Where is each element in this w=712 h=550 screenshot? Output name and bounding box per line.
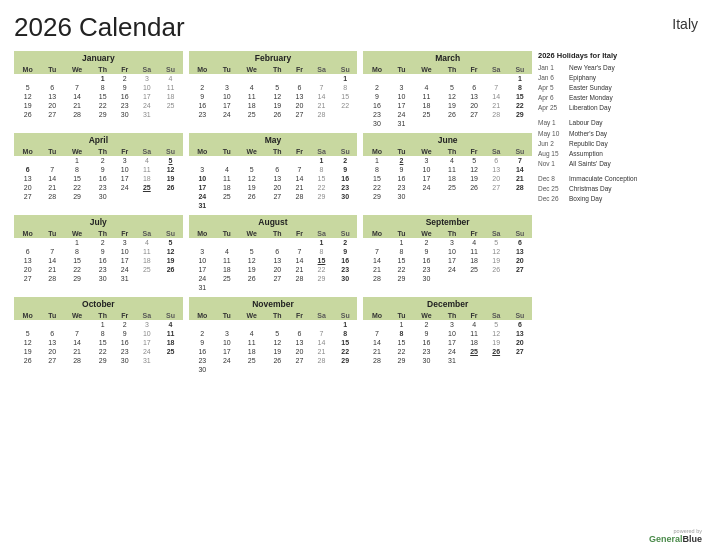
day-cell: 1 (91, 74, 114, 83)
day-header: Th (91, 147, 114, 156)
day-cell (266, 283, 289, 292)
day-cell: 19 (266, 101, 289, 110)
day-cell: 6 (41, 83, 63, 92)
day-cell (310, 283, 333, 292)
day-cell: 10 (189, 256, 216, 265)
day-header: Th (266, 65, 289, 74)
month-header: March (363, 51, 532, 65)
day-cell: 14 (41, 256, 63, 265)
day-header: Th (91, 229, 114, 238)
day-cell: 16 (333, 174, 357, 183)
day-cell: 20 (508, 256, 532, 265)
day-cell: 15 (363, 174, 390, 183)
day-cell (440, 119, 463, 128)
month-block: MayMoTuWeThFrSaSu12345678910111213141516… (189, 133, 358, 210)
day-cell: 7 (63, 329, 91, 338)
day-cell: 20 (289, 347, 310, 356)
day-cell (412, 119, 440, 128)
day-cell (216, 365, 238, 374)
day-cell (41, 320, 63, 329)
day-header: Tu (391, 229, 413, 238)
day-cell (266, 320, 289, 329)
day-cell: 12 (266, 92, 289, 101)
holiday-row: Dec 8Immaculate Conception (538, 174, 698, 183)
month-block: FebruaryMoTuWeThFrSaSu123456789101112131… (189, 51, 358, 128)
day-cell (41, 156, 63, 165)
month-block: NovemberMoTuWeThFrSaSu123456789101112131… (189, 297, 358, 374)
month-table: MoTuWeThFrSaSu12345678910111213141516171… (189, 311, 358, 374)
day-cell (464, 119, 485, 128)
day-cell (363, 320, 390, 329)
day-header: Sa (135, 65, 158, 74)
day-cell: 9 (363, 92, 390, 101)
month-table: MoTuWeThFrSaSu12345678910111213141516171… (189, 65, 358, 119)
day-cell: 28 (63, 356, 91, 365)
holiday-row: Dec 26Boxing Day (538, 194, 698, 203)
day-cell: 14 (41, 174, 63, 183)
day-cell: 22 (63, 183, 91, 192)
day-cell: 30 (91, 274, 114, 283)
day-cell: 25 (238, 110, 266, 119)
day-cell: 2 (91, 238, 114, 247)
month-table: MoTuWeThFrSaSu12345678910111213141516171… (363, 147, 532, 201)
day-cell: 26 (464, 183, 485, 192)
day-cell: 9 (333, 165, 357, 174)
day-cell: 18 (464, 256, 485, 265)
holiday-name: Epiphany (569, 73, 596, 82)
day-cell: 18 (238, 101, 266, 110)
day-header: Su (508, 311, 532, 320)
day-header: We (412, 65, 440, 74)
day-cell (289, 156, 310, 165)
day-cell (216, 283, 238, 292)
day-header: Fr (464, 229, 485, 238)
day-header: Sa (135, 147, 158, 156)
day-header: Fr (114, 311, 135, 320)
day-cell: 12 (158, 247, 182, 256)
day-cell: 8 (333, 83, 357, 92)
day-cell: 14 (485, 92, 508, 101)
day-cell: 12 (158, 165, 182, 174)
day-cell (14, 238, 41, 247)
day-cell: 18 (158, 338, 182, 347)
day-cell (216, 74, 238, 83)
day-header: We (63, 311, 91, 320)
holiday-group: Jan 1New Year's DayJan 6EpiphanyApr 5Eas… (538, 63, 698, 112)
day-cell: 13 (289, 92, 310, 101)
day-cell (238, 283, 266, 292)
day-cell: 1 (333, 320, 357, 329)
day-cell: 16 (189, 347, 216, 356)
day-header: Th (440, 147, 463, 156)
day-cell (333, 110, 357, 119)
day-cell: 15 (508, 92, 532, 101)
day-cell: 19 (14, 101, 41, 110)
day-cell: 7 (289, 247, 310, 256)
month-block: JulyMoTuWeThFrSaSu1234567891011121314151… (14, 215, 183, 292)
day-cell: 10 (216, 92, 238, 101)
day-cell: 26 (485, 265, 508, 274)
day-cell: 15 (391, 256, 413, 265)
day-cell: 26 (266, 356, 289, 365)
day-cell: 10 (440, 247, 463, 256)
month-table: MoTuWeThFrSaSu12345678910111213141516171… (14, 147, 183, 201)
day-cell: 24 (114, 183, 135, 192)
day-cell: 19 (485, 338, 508, 347)
day-cell: 23 (189, 110, 216, 119)
holiday-date: May 1 (538, 118, 566, 127)
day-cell: 13 (289, 338, 310, 347)
day-cell: 26 (158, 183, 182, 192)
day-cell: 28 (41, 192, 63, 201)
day-cell: 30 (412, 356, 440, 365)
day-cell: 22 (363, 183, 390, 192)
day-cell: 31 (189, 283, 216, 292)
day-cell: 29 (63, 274, 91, 283)
day-cell: 10 (189, 174, 216, 183)
day-cell: 30 (333, 192, 357, 201)
day-header: Sa (310, 147, 333, 156)
day-header: Mo (363, 65, 390, 74)
holiday-name: All Saints' Day (569, 159, 611, 168)
day-cell: 30 (114, 110, 135, 119)
day-header: Mo (363, 229, 390, 238)
day-cell (485, 74, 508, 83)
day-cell: 25 (238, 356, 266, 365)
day-cell: 5 (14, 329, 41, 338)
